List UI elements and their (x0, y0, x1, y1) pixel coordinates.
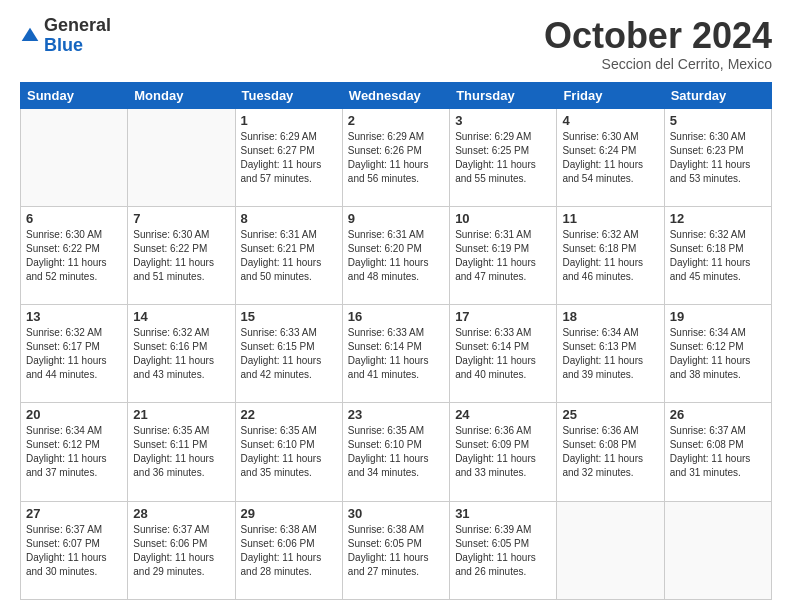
day-number: 5 (670, 113, 766, 128)
calendar-week-row: 6Sunrise: 6:30 AM Sunset: 6:22 PM Daylig… (21, 206, 772, 304)
day-info: Sunrise: 6:33 AM Sunset: 6:14 PM Dayligh… (455, 326, 551, 382)
table-row: 11Sunrise: 6:32 AM Sunset: 6:18 PM Dayli… (557, 206, 664, 304)
calendar-week-row: 13Sunrise: 6:32 AM Sunset: 6:17 PM Dayli… (21, 305, 772, 403)
table-row: 20Sunrise: 6:34 AM Sunset: 6:12 PM Dayli… (21, 403, 128, 501)
table-row: 15Sunrise: 6:33 AM Sunset: 6:15 PM Dayli… (235, 305, 342, 403)
logo-general: General (44, 15, 111, 35)
col-saturday: Saturday (664, 82, 771, 108)
day-number: 17 (455, 309, 551, 324)
day-number: 1 (241, 113, 337, 128)
location-subtitle: Seccion del Cerrito, Mexico (544, 56, 772, 72)
table-row: 12Sunrise: 6:32 AM Sunset: 6:18 PM Dayli… (664, 206, 771, 304)
day-number: 25 (562, 407, 658, 422)
day-info: Sunrise: 6:31 AM Sunset: 6:20 PM Dayligh… (348, 228, 444, 284)
table-row: 13Sunrise: 6:32 AM Sunset: 6:17 PM Dayli… (21, 305, 128, 403)
logo: General Blue (20, 16, 111, 56)
table-row: 4Sunrise: 6:30 AM Sunset: 6:24 PM Daylig… (557, 108, 664, 206)
col-monday: Monday (128, 82, 235, 108)
day-number: 30 (348, 506, 444, 521)
day-info: Sunrise: 6:37 AM Sunset: 6:08 PM Dayligh… (670, 424, 766, 480)
table-row: 28Sunrise: 6:37 AM Sunset: 6:06 PM Dayli… (128, 501, 235, 599)
col-wednesday: Wednesday (342, 82, 449, 108)
day-number: 27 (26, 506, 122, 521)
table-row: 17Sunrise: 6:33 AM Sunset: 6:14 PM Dayli… (450, 305, 557, 403)
table-row: 3Sunrise: 6:29 AM Sunset: 6:25 PM Daylig… (450, 108, 557, 206)
day-info: Sunrise: 6:39 AM Sunset: 6:05 PM Dayligh… (455, 523, 551, 579)
day-info: Sunrise: 6:30 AM Sunset: 6:24 PM Dayligh… (562, 130, 658, 186)
table-row: 6Sunrise: 6:30 AM Sunset: 6:22 PM Daylig… (21, 206, 128, 304)
day-info: Sunrise: 6:29 AM Sunset: 6:26 PM Dayligh… (348, 130, 444, 186)
day-number: 28 (133, 506, 229, 521)
day-number: 6 (26, 211, 122, 226)
day-info: Sunrise: 6:30 AM Sunset: 6:22 PM Dayligh… (133, 228, 229, 284)
day-info: Sunrise: 6:29 AM Sunset: 6:27 PM Dayligh… (241, 130, 337, 186)
day-number: 31 (455, 506, 551, 521)
day-number: 13 (26, 309, 122, 324)
day-info: Sunrise: 6:38 AM Sunset: 6:05 PM Dayligh… (348, 523, 444, 579)
day-number: 20 (26, 407, 122, 422)
day-number: 23 (348, 407, 444, 422)
logo-text: General Blue (44, 16, 111, 56)
logo-icon (20, 26, 40, 46)
svg-marker-0 (22, 27, 39, 40)
day-number: 19 (670, 309, 766, 324)
table-row: 9Sunrise: 6:31 AM Sunset: 6:20 PM Daylig… (342, 206, 449, 304)
table-row: 31Sunrise: 6:39 AM Sunset: 6:05 PM Dayli… (450, 501, 557, 599)
day-number: 18 (562, 309, 658, 324)
day-info: Sunrise: 6:35 AM Sunset: 6:11 PM Dayligh… (133, 424, 229, 480)
table-row: 23Sunrise: 6:35 AM Sunset: 6:10 PM Dayli… (342, 403, 449, 501)
calendar-table: Sunday Monday Tuesday Wednesday Thursday… (20, 82, 772, 600)
calendar-week-row: 27Sunrise: 6:37 AM Sunset: 6:07 PM Dayli… (21, 501, 772, 599)
day-info: Sunrise: 6:35 AM Sunset: 6:10 PM Dayligh… (241, 424, 337, 480)
day-info: Sunrise: 6:30 AM Sunset: 6:22 PM Dayligh… (26, 228, 122, 284)
day-number: 8 (241, 211, 337, 226)
table-row: 8Sunrise: 6:31 AM Sunset: 6:21 PM Daylig… (235, 206, 342, 304)
day-number: 12 (670, 211, 766, 226)
calendar-week-row: 1Sunrise: 6:29 AM Sunset: 6:27 PM Daylig… (21, 108, 772, 206)
table-row: 25Sunrise: 6:36 AM Sunset: 6:08 PM Dayli… (557, 403, 664, 501)
table-row: 18Sunrise: 6:34 AM Sunset: 6:13 PM Dayli… (557, 305, 664, 403)
table-row: 21Sunrise: 6:35 AM Sunset: 6:11 PM Dayli… (128, 403, 235, 501)
table-row (664, 501, 771, 599)
table-row: 30Sunrise: 6:38 AM Sunset: 6:05 PM Dayli… (342, 501, 449, 599)
calendar-header-row: Sunday Monday Tuesday Wednesday Thursday… (21, 82, 772, 108)
day-number: 7 (133, 211, 229, 226)
day-info: Sunrise: 6:31 AM Sunset: 6:19 PM Dayligh… (455, 228, 551, 284)
day-number: 22 (241, 407, 337, 422)
table-row: 5Sunrise: 6:30 AM Sunset: 6:23 PM Daylig… (664, 108, 771, 206)
table-row: 2Sunrise: 6:29 AM Sunset: 6:26 PM Daylig… (342, 108, 449, 206)
day-number: 15 (241, 309, 337, 324)
col-friday: Friday (557, 82, 664, 108)
day-info: Sunrise: 6:37 AM Sunset: 6:07 PM Dayligh… (26, 523, 122, 579)
table-row: 10Sunrise: 6:31 AM Sunset: 6:19 PM Dayli… (450, 206, 557, 304)
table-row: 27Sunrise: 6:37 AM Sunset: 6:07 PM Dayli… (21, 501, 128, 599)
day-info: Sunrise: 6:33 AM Sunset: 6:15 PM Dayligh… (241, 326, 337, 382)
title-block: October 2024 Seccion del Cerrito, Mexico (544, 16, 772, 72)
day-number: 16 (348, 309, 444, 324)
day-info: Sunrise: 6:31 AM Sunset: 6:21 PM Dayligh… (241, 228, 337, 284)
table-row: 1Sunrise: 6:29 AM Sunset: 6:27 PM Daylig… (235, 108, 342, 206)
day-info: Sunrise: 6:29 AM Sunset: 6:25 PM Dayligh… (455, 130, 551, 186)
table-row: 14Sunrise: 6:32 AM Sunset: 6:16 PM Dayli… (128, 305, 235, 403)
table-row: 19Sunrise: 6:34 AM Sunset: 6:12 PM Dayli… (664, 305, 771, 403)
day-number: 21 (133, 407, 229, 422)
day-info: Sunrise: 6:30 AM Sunset: 6:23 PM Dayligh… (670, 130, 766, 186)
day-number: 3 (455, 113, 551, 128)
day-info: Sunrise: 6:32 AM Sunset: 6:18 PM Dayligh… (562, 228, 658, 284)
day-info: Sunrise: 6:32 AM Sunset: 6:18 PM Dayligh… (670, 228, 766, 284)
month-title: October 2024 (544, 16, 772, 56)
day-number: 9 (348, 211, 444, 226)
day-info: Sunrise: 6:34 AM Sunset: 6:12 PM Dayligh… (26, 424, 122, 480)
day-number: 29 (241, 506, 337, 521)
day-number: 4 (562, 113, 658, 128)
col-sunday: Sunday (21, 82, 128, 108)
table-row: 7Sunrise: 6:30 AM Sunset: 6:22 PM Daylig… (128, 206, 235, 304)
table-row: 26Sunrise: 6:37 AM Sunset: 6:08 PM Dayli… (664, 403, 771, 501)
day-info: Sunrise: 6:32 AM Sunset: 6:16 PM Dayligh… (133, 326, 229, 382)
day-info: Sunrise: 6:35 AM Sunset: 6:10 PM Dayligh… (348, 424, 444, 480)
day-number: 14 (133, 309, 229, 324)
day-info: Sunrise: 6:34 AM Sunset: 6:13 PM Dayligh… (562, 326, 658, 382)
table-row (21, 108, 128, 206)
day-number: 24 (455, 407, 551, 422)
table-row (557, 501, 664, 599)
